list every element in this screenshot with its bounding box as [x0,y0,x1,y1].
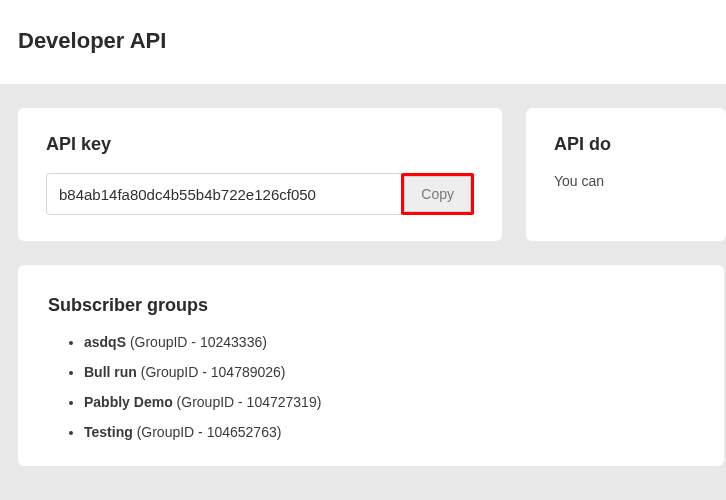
content-row: API key Copy API do You can [0,84,726,265]
api-key-input[interactable] [46,173,402,215]
group-id: (GroupID - 104652763) [133,424,282,440]
list-item: Pabbly Demo (GroupID - 104727319) [84,394,694,410]
groups-list: asdqS (GroupID - 10243336) Bull run (Gro… [48,334,694,440]
api-docs-title: API do [554,134,698,155]
page-title: Developer API [18,28,708,54]
group-name: asdqS [84,334,126,350]
list-item: Bull run (GroupID - 104789026) [84,364,694,380]
group-name: Pabbly Demo [84,394,173,410]
group-id: (GroupID - 10243336) [126,334,267,350]
group-name: Bull run [84,364,137,380]
subscriber-groups-card: Subscriber groups asdqS (GroupID - 10243… [18,265,724,466]
api-docs-text: You can [554,173,698,189]
api-key-input-group: Copy [46,173,474,215]
api-docs-card: API do You can [526,108,726,241]
copy-button-highlight: Copy [401,173,474,215]
groups-title: Subscriber groups [48,295,694,316]
group-name: Testing [84,424,133,440]
page-header: Developer API [0,0,726,84]
list-item: Testing (GroupID - 104652763) [84,424,694,440]
api-key-card: API key Copy [18,108,502,241]
copy-button[interactable]: Copy [404,176,471,212]
group-id: (GroupID - 104727319) [173,394,322,410]
api-key-title: API key [46,134,474,155]
group-id: (GroupID - 104789026) [137,364,286,380]
lower-content: Subscriber groups asdqS (GroupID - 10243… [0,265,726,490]
list-item: asdqS (GroupID - 10243336) [84,334,694,350]
